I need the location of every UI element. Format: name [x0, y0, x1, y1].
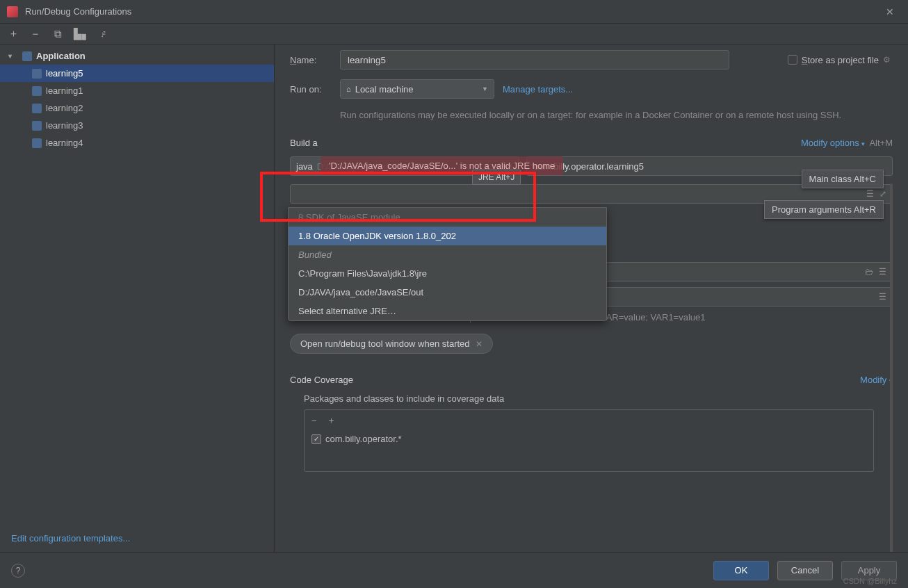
- gear-icon[interactable]: ⚙: [883, 55, 893, 65]
- open-tool-window-pill[interactable]: Open run/debug tool window when started …: [290, 334, 493, 354]
- hint-program-arguments: Program arguments Alt+R: [764, 200, 884, 219]
- jre-option[interactable]: C:\Program Files\Java\jdk1.8\jre: [289, 264, 606, 283]
- jre-tooltip: JRE Alt+J: [472, 170, 521, 185]
- jre-option[interactable]: D:/JAVA/java_code/JavaSE/out: [289, 283, 606, 302]
- name-label: Name:: [290, 55, 332, 65]
- runon-select[interactable]: ⌂ Local machine ▼: [340, 79, 494, 99]
- close-icon[interactable]: ✕: [879, 6, 901, 17]
- home-icon: ⌂: [346, 85, 351, 93]
- jre-option-select-alt[interactable]: Select alternative JRE…: [289, 302, 606, 320]
- config-item[interactable]: learning2: [0, 99, 274, 117]
- checkbox-icon[interactable]: [788, 55, 797, 65]
- expand-icon[interactable]: ⤢: [879, 189, 886, 199]
- runon-description: Run configurations may be executed local…: [340, 108, 893, 122]
- config-item[interactable]: learning4: [0, 134, 274, 152]
- runon-value: Local machine: [355, 84, 414, 95]
- application-icon: [32, 121, 42, 131]
- config-toolbar: ＋ − ⧉ ▙▖ ↓²: [0, 24, 908, 44]
- tree-header-label: Application: [36, 51, 86, 61]
- copy-icon[interactable]: ⧉: [51, 28, 64, 40]
- runon-label: Run on:: [290, 84, 332, 95]
- name-input[interactable]: [340, 50, 729, 70]
- application-icon: [22, 51, 32, 61]
- modify-options-link[interactable]: Modify options ▾: [801, 138, 865, 148]
- window-title: Run/Debug Configurations: [25, 6, 879, 17]
- config-item[interactable]: learning1: [0, 82, 274, 99]
- list-icon[interactable]: ☰: [866, 189, 874, 199]
- store-as-project-file[interactable]: Store as project file ⚙: [788, 55, 893, 65]
- application-icon: [32, 69, 42, 79]
- jre-prefix: java: [296, 161, 313, 172]
- app-icon: [7, 6, 18, 17]
- application-icon: [32, 138, 42, 148]
- chevron-down-icon: ▾: [861, 140, 865, 147]
- sort-icon[interactable]: ↓²: [96, 30, 108, 38]
- config-item-label: learning2: [46, 103, 83, 113]
- modify-shortcut: Alt+M: [869, 138, 893, 148]
- edit-templates-link[interactable]: Edit configuration templates...: [0, 525, 274, 552]
- close-pill-icon[interactable]: ✕: [476, 339, 483, 349]
- application-icon: [32, 86, 42, 96]
- add-icon[interactable]: ＋: [7, 27, 19, 40]
- application-icon: [32, 104, 42, 113]
- manage-targets-link[interactable]: Manage targets...: [503, 84, 573, 95]
- config-item-label: learning5: [46, 68, 83, 79]
- coverage-subtitle: Packages and classes to include in cover…: [304, 393, 893, 404]
- coverage-package: com.billy.operator.*: [325, 434, 402, 444]
- error-toast: 'D:/JAVA/java_code/JavaSE/o...' is not a…: [321, 156, 563, 175]
- section-title-build: Build a: [290, 138, 318, 148]
- folder-icon[interactable]: ▙▖: [74, 28, 86, 40]
- config-tree: ▾ Application learning5 learning1 learni…: [0, 44, 274, 525]
- coverage-item[interactable]: ✓ com.billy.operator.*: [305, 431, 873, 447]
- watermark: CSDN @Billyhz: [843, 577, 897, 585]
- coverage-modify-link[interactable]: Modify ▾: [860, 375, 893, 385]
- checkbox-checked-icon[interactable]: ✓: [311, 434, 321, 444]
- jre-dropdown[interactable]: 8 SDK of JavaSE module 1.8 Oracle OpenJD…: [288, 207, 607, 321]
- title-bar: Run/Debug Configurations ✕: [0, 0, 908, 24]
- config-item[interactable]: learning5: [0, 65, 274, 82]
- remove-icon[interactable]: −: [311, 416, 317, 426]
- list-icon[interactable]: ☰: [879, 267, 886, 277]
- config-item-label: learning4: [46, 138, 83, 148]
- chevron-down-icon: ▼: [482, 85, 488, 92]
- jre-option-selected[interactable]: 1.8 Oracle OpenJDK version 1.8.0_202: [289, 227, 606, 245]
- add-icon[interactable]: ＋: [327, 414, 336, 427]
- tree-header-application[interactable]: ▾ Application: [0, 47, 274, 65]
- config-item[interactable]: learning3: [0, 117, 274, 134]
- config-item-label: learning3: [46, 120, 83, 131]
- list-icon[interactable]: ☰: [879, 292, 886, 302]
- coverage-list: − ＋ ✓ com.billy.operator.*: [304, 409, 874, 472]
- section-title-coverage: Code Coverage: [290, 375, 353, 385]
- chevron-down-icon: ▾: [8, 52, 18, 60]
- hint-main-class: Main class Alt+C: [802, 170, 884, 188]
- sidebar: ▾ Application learning5 learning1 learni…: [0, 44, 275, 552]
- folder-open-icon[interactable]: 🗁: [865, 267, 873, 277]
- ok-button[interactable]: OK: [713, 561, 769, 580]
- config-item-label: learning1: [46, 85, 83, 96]
- cancel-button[interactable]: Cancel: [777, 561, 833, 580]
- remove-icon[interactable]: −: [29, 28, 42, 40]
- jre-option-bundled[interactable]: Bundled: [289, 245, 606, 264]
- help-icon[interactable]: ?: [11, 564, 25, 578]
- jre-option[interactable]: 8 SDK of JavaSE module: [289, 208, 606, 227]
- scrollbar[interactable]: [890, 183, 893, 552]
- dialog-footer: ? OK Cancel Apply: [0, 552, 908, 588]
